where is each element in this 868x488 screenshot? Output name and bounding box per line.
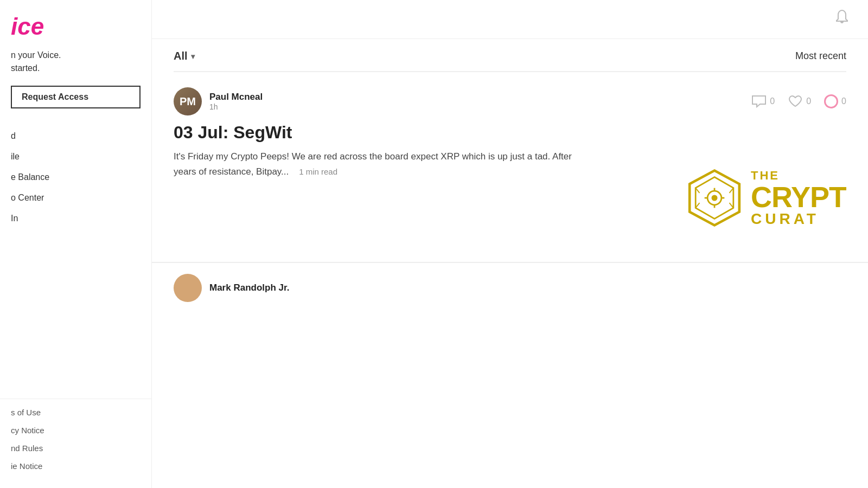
feed-post-1: PM Paul Mcneal 1h 0 bbox=[152, 72, 868, 263]
footer-privacy[interactable]: cy Notice bbox=[0, 421, 151, 439]
svg-point-3 bbox=[711, 195, 717, 201]
feed-post-2-preview: Mark Randolph Jr. bbox=[152, 263, 868, 307]
tagline-line1: n your Voice. bbox=[11, 49, 141, 62]
second-author-avatar bbox=[174, 274, 202, 302]
comment-icon bbox=[751, 95, 767, 108]
sidebar-item-feed[interactable]: d bbox=[0, 126, 151, 146]
sidebar-logo: ice bbox=[0, 0, 151, 49]
author-name[interactable]: Paul Mcneal bbox=[209, 92, 263, 102]
post-text: It's Friday my Crypto Peeps! We are red … bbox=[174, 149, 597, 178]
author-avatar: PM bbox=[174, 87, 202, 115]
second-author-name: Mark Randolph Jr. bbox=[209, 282, 289, 293]
post-excerpt: It's Friday my Crypto Peeps! We are red … bbox=[174, 151, 572, 176]
post-title[interactable]: 03 Jul: SegWit bbox=[174, 122, 846, 143]
sidebar-footer: s of Use cy Notice nd Rules ie Notice bbox=[0, 390, 151, 488]
sidebar-item-profile[interactable]: ile bbox=[0, 146, 151, 167]
sidebar-tagline: n your Voice. started. bbox=[0, 49, 151, 79]
post-thumbnail: THE CRYPT CURAT bbox=[618, 149, 846, 247]
token-button[interactable]: 0 bbox=[824, 94, 846, 108]
token-icon bbox=[824, 94, 838, 108]
sidebar-item-center[interactable]: o Center bbox=[0, 188, 151, 208]
comment-count: 0 bbox=[770, 97, 775, 106]
logo-text: ice bbox=[11, 13, 44, 40]
main-content: All ▾ Most recent PM Paul Mcneal 1h bbox=[152, 0, 868, 488]
topbar bbox=[152, 0, 868, 39]
footer-conduct[interactable]: nd Rules bbox=[0, 439, 151, 457]
sidebar-navigation: d ile e Balance o Center In bbox=[0, 121, 151, 233]
footer-cookie[interactable]: ie Notice bbox=[0, 457, 151, 475]
feed-content: PM Paul Mcneal 1h 0 bbox=[152, 72, 868, 488]
post-time: 1h bbox=[209, 102, 263, 111]
sidebar-item-balance[interactable]: e Balance bbox=[0, 167, 151, 188]
request-access-button[interactable]: Request Access bbox=[11, 86, 141, 108]
read-time: 1 min read bbox=[299, 167, 337, 176]
post-meta: PM Paul Mcneal 1h 0 bbox=[174, 87, 846, 115]
like-button[interactable]: 0 bbox=[788, 95, 811, 108]
feed-header: All ▾ Most recent bbox=[152, 39, 868, 71]
post-body: It's Friday my Crypto Peeps! We are red … bbox=[174, 149, 846, 247]
feed-filter-button[interactable]: All ▾ bbox=[174, 50, 195, 62]
crypto-crypt-label: CRYPT bbox=[751, 182, 846, 211]
feed-sort-label: Most recent bbox=[795, 50, 846, 62]
hexagon-icon bbox=[685, 168, 744, 228]
author-info: Paul Mcneal 1h bbox=[209, 92, 263, 111]
token-count: 0 bbox=[841, 97, 846, 106]
post-author: PM Paul Mcneal 1h bbox=[174, 87, 263, 115]
crypto-curat-label: CURAT bbox=[751, 211, 819, 227]
post-actions: 0 0 0 bbox=[751, 94, 846, 108]
bell-icon[interactable] bbox=[833, 9, 851, 30]
sidebar-divider bbox=[0, 399, 151, 399]
footer-terms[interactable]: s of Use bbox=[0, 403, 151, 421]
crypto-curator-logo: THE CRYPT CURAT bbox=[685, 168, 846, 228]
heart-icon bbox=[788, 95, 803, 108]
chevron-down-icon: ▾ bbox=[191, 52, 195, 61]
comment-button[interactable]: 0 bbox=[751, 95, 775, 108]
like-count: 0 bbox=[806, 97, 811, 106]
sidebar: ice n your Voice. started. Request Acces… bbox=[0, 0, 152, 488]
sidebar-item-signin[interactable]: In bbox=[0, 208, 151, 229]
crypto-text: THE CRYPT CURAT bbox=[751, 169, 846, 227]
feed-filter-label: All bbox=[174, 50, 188, 62]
tagline-line2: started. bbox=[11, 62, 141, 75]
